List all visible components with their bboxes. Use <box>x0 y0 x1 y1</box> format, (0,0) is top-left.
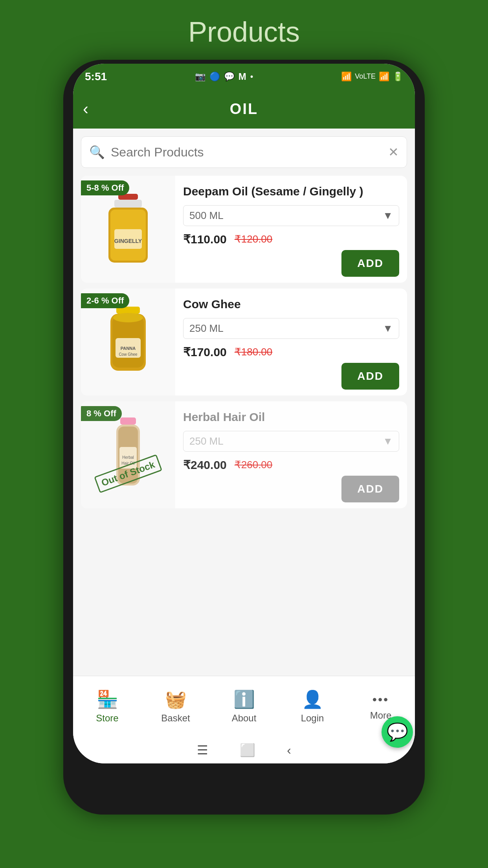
dot-icon: • <box>250 72 253 82</box>
product-name: Herbal Hair Oil <box>183 409 399 425</box>
nav-item-store[interactable]: 🏪 Store <box>73 676 141 737</box>
price-row: ₹170.00 ₹180.00 <box>183 345 399 359</box>
nav-item-login[interactable]: 👤 Login <box>278 676 347 737</box>
discount-badge: 5-8 % Off <box>81 180 129 195</box>
current-price: ₹170.00 <box>183 345 227 359</box>
home-gesture-icon: ⬜ <box>240 743 255 758</box>
signal-icon: 📶 <box>379 72 389 82</box>
current-price: ₹240.00 <box>183 458 227 472</box>
svg-text:PANNA: PANNA <box>121 346 136 351</box>
variant-label: 250 ML <box>189 322 224 335</box>
product-name: Cow Ghee <box>183 296 399 312</box>
message-icon: 💬 <box>224 72 235 82</box>
product-image-wrap: 2-6 % Off PANNA Cow Ghee <box>81 289 175 395</box>
search-container[interactable]: 🔍 ✕ <box>81 136 407 168</box>
nav-label-basket: Basket <box>161 713 190 724</box>
original-price: ₹260.00 <box>235 459 273 471</box>
back-button[interactable]: ‹ <box>83 99 88 118</box>
status-bar: 5:51 📷 🔵 💬 M • 📶 VoLTE 📶 🔋 <box>73 64 415 89</box>
camera-icon: 📷 <box>195 72 205 82</box>
variant-select[interactable]: 250 ML ▼ <box>183 318 399 339</box>
svg-point-9 <box>113 313 143 322</box>
nav-label-about: About <box>232 713 257 724</box>
about-icon: ℹ️ <box>233 689 255 710</box>
product-name: Deepam Oil (Sesame / Gingelly ) <box>183 184 399 199</box>
search-clear-icon[interactable]: ✕ <box>388 145 399 160</box>
app-header: ‹ OIL <box>73 89 415 129</box>
product-image-wrap: 8 % Off Herbal Hair Oil Out of Stock <box>81 401 175 508</box>
basket-icon: 🧺 <box>165 689 187 710</box>
product-info: Herbal Hair Oil 250 ML ▼ ₹240.00 ₹260.00… <box>175 401 407 508</box>
page-title: Products <box>188 16 300 48</box>
chevron-down-icon: ▼ <box>383 435 393 447</box>
bottom-nav: 🏪 Store 🧺 Basket ℹ️ About 👤 Login ••• Mo… <box>73 676 415 737</box>
battery-icon: 🔋 <box>393 72 403 82</box>
price-row: ₹240.00 ₹260.00 <box>183 458 399 472</box>
variant-select[interactable]: 250 ML ▼ <box>183 431 399 452</box>
svg-text:Cow Ghee: Cow Ghee <box>119 352 138 357</box>
header-title: OIL <box>230 101 258 118</box>
search-input[interactable] <box>111 145 388 160</box>
login-icon: 👤 <box>302 689 323 710</box>
product-image: GINGELLY <box>95 192 161 267</box>
current-price: ₹110.00 <box>183 232 227 246</box>
status-icons: 📶 VoLTE 📶 🔋 <box>341 72 403 82</box>
svg-rect-1 <box>114 200 142 208</box>
discount-badge: 2-6 % Off <box>81 293 129 308</box>
phone-screen: 5:51 📷 🔵 💬 M • 📶 VoLTE 📶 🔋 ‹ OIL 🔍 <box>73 64 415 763</box>
product-card: 8 % Off Herbal Hair Oil Out of Stock <box>81 401 407 508</box>
product-image: PANNA Cow Ghee <box>95 305 161 379</box>
add-button-disabled: ADD <box>341 476 399 502</box>
product-card: 2-6 % Off PANNA Cow Ghee <box>81 289 407 395</box>
add-button[interactable]: ADD <box>341 363 399 390</box>
status-time: 5:51 <box>85 70 107 83</box>
menu-gesture-icon: ☰ <box>197 743 208 758</box>
product-image: Herbal Hair Oil Out of Stock <box>95 417 161 492</box>
more-icon: ••• <box>372 692 389 707</box>
product-card: 5-8 % Off GINGELLY D <box>81 176 407 283</box>
status-left-icons: 📷 🔵 💬 M • <box>195 71 253 82</box>
variant-label: 500 ML <box>189 210 224 222</box>
variant-select[interactable]: 500 ML ▼ <box>183 205 399 226</box>
phone-frame: 5:51 📷 🔵 💬 M • 📶 VoLTE 📶 🔋 ‹ OIL 🔍 <box>63 60 425 815</box>
svg-rect-13 <box>120 417 136 425</box>
shield-icon: 🔵 <box>209 72 220 82</box>
nav-item-basket[interactable]: 🧺 Basket <box>141 676 210 737</box>
wifi-icon: 📶 <box>341 72 352 82</box>
original-price: ₹120.00 <box>235 233 273 245</box>
search-icon: 🔍 <box>89 145 105 160</box>
products-list: 5-8 % Off GINGELLY D <box>73 172 415 676</box>
add-button[interactable]: ADD <box>341 250 399 277</box>
nav-label-store: Store <box>96 713 118 724</box>
store-icon: 🏪 <box>97 689 118 710</box>
price-row: ₹110.00 ₹120.00 <box>183 232 399 246</box>
svg-text:GINGELLY: GINGELLY <box>114 238 142 244</box>
page-background: Products <box>188 0 300 60</box>
nav-label-login: Login <box>301 713 324 724</box>
gesture-bar: ☰ ⬜ ‹ <box>73 737 415 763</box>
lte-icon: VoLTE <box>355 72 376 81</box>
svg-text:Herbal: Herbal <box>122 455 134 460</box>
back-gesture-icon: ‹ <box>287 743 291 758</box>
nav-item-about[interactable]: ℹ️ About <box>210 676 278 737</box>
discount-badge: 8 % Off <box>81 406 122 421</box>
product-info: Cow Ghee 250 ML ▼ ₹170.00 ₹180.00 ADD <box>175 289 407 395</box>
chevron-down-icon: ▼ <box>383 210 393 222</box>
whatsapp-button[interactable]: 💬 <box>382 716 413 748</box>
variant-label: 250 ML <box>189 435 224 447</box>
product-info: Deepam Oil (Sesame / Gingelly ) 500 ML ▼… <box>175 176 407 283</box>
whatsapp-icon: 💬 <box>387 722 408 742</box>
product-image-wrap: 5-8 % Off GINGELLY <box>81 176 175 283</box>
chevron-down-icon: ▼ <box>383 322 393 335</box>
gmail-icon: M <box>238 71 246 82</box>
original-price: ₹180.00 <box>235 346 273 358</box>
